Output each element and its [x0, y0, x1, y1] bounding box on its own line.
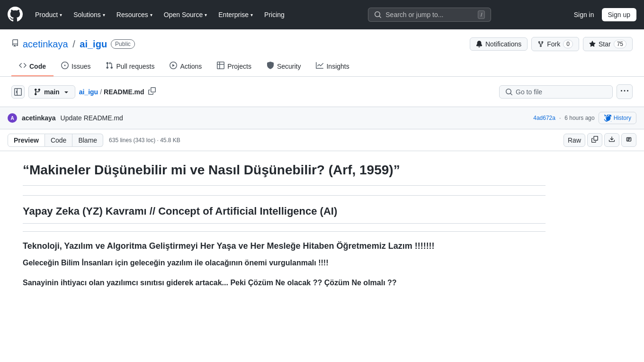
tab-pr-label: Pull requests: [116, 63, 154, 70]
repo-actions: Notifications Fork 0 Star 75: [470, 37, 633, 51]
readme-h1: “Makineler Düşünebilir mi ve Nasıl Düşün…: [23, 163, 546, 186]
branch-name: main: [44, 88, 60, 96]
bell-icon: [476, 41, 483, 47]
repo-link[interactable]: ai_igu: [79, 88, 98, 96]
download-button[interactable]: [604, 133, 619, 147]
branch-selector[interactable]: main: [28, 85, 75, 99]
list-view-button[interactable]: [621, 133, 636, 147]
more-options-button[interactable]: [617, 84, 633, 99]
fork-count: 0: [563, 40, 573, 48]
readme-p1: Geleceğin Bilim İnsanları için geleceğin…: [23, 257, 546, 269]
copy-path-button[interactable]: [146, 85, 158, 98]
readme-h3: Teknoloji, Yazılım ve Algoritma Geliştir…: [23, 241, 546, 251]
nav-pricing[interactable]: Pricing: [259, 8, 289, 21]
pr-icon: [106, 62, 113, 71]
chevron-down-icon: ▾: [60, 12, 62, 18]
search-bar[interactable]: Search or jump to... /: [368, 8, 491, 22]
top-nav-actions: Sign in Sign up: [570, 8, 636, 21]
list-icon: [626, 136, 632, 143]
tab-projects[interactable]: Projects: [209, 57, 259, 76]
file-path: ai_igu / README.md: [79, 85, 158, 98]
nav-enterprise[interactable]: Enterprise ▾: [214, 8, 258, 21]
file-actions: Raw: [564, 133, 636, 147]
repo-icon: [11, 39, 19, 49]
copy-raw-button[interactable]: [587, 133, 602, 147]
repo-path: acetinkaya / ai_igu: [23, 39, 107, 50]
tab-projects-label: Projects: [227, 63, 251, 70]
branch-icon: [34, 88, 41, 96]
repo-meta: acetinkaya / ai_igu Public Notifications…: [11, 37, 633, 51]
top-nav-links: Product ▾ Solutions ▾ Resources ▾ Open S…: [30, 8, 289, 21]
tab-issues-label: Issues: [72, 63, 90, 70]
tab-actions[interactable]: Actions: [162, 57, 209, 76]
tab-code[interactable]: Code: [11, 57, 54, 76]
search-kbd: /: [478, 10, 485, 19]
readme-p2: Sanayinin ihtiyacı olan yazılımcı sınıtı…: [23, 277, 546, 289]
fork-icon: [537, 41, 544, 47]
search-icon: [505, 88, 513, 96]
nav-resources[interactable]: Resources ▾: [112, 8, 157, 21]
notifications-button[interactable]: Notifications: [470, 37, 528, 51]
raw-button[interactable]: Raw: [564, 134, 585, 147]
signin-button[interactable]: Sign in: [570, 8, 598, 21]
commit-bar: A acetinkaya Update README.md 4ad672a · …: [0, 107, 644, 129]
play-icon: [170, 62, 177, 71]
nav-solutions[interactable]: Solutions ▾: [69, 8, 110, 21]
fork-button[interactable]: Fork 0: [531, 37, 579, 51]
copy-icon: [148, 87, 156, 95]
chevron-down-icon: [63, 88, 70, 96]
file-header: main ai_igu / README.md Go to file: [0, 77, 644, 107]
go-to-file-label: Go to file: [516, 88, 542, 96]
tab-security[interactable]: Security: [259, 57, 309, 76]
repo-tabs: Code Issues Pull requests Actions Projec…: [11, 57, 633, 76]
file-name: README.md: [104, 88, 144, 96]
chevron-down-icon: ▾: [103, 12, 105, 18]
avatar: A: [8, 113, 17, 123]
notifications-label: Notifications: [485, 40, 521, 48]
history-icon: [604, 114, 611, 122]
nav-product[interactable]: Product ▾: [30, 8, 67, 21]
sidebar-icon: [14, 88, 22, 96]
go-to-file-search[interactable]: Go to file: [499, 85, 613, 99]
star-count: 75: [614, 40, 626, 48]
copy-icon: [591, 136, 598, 143]
signup-button[interactable]: Sign up: [602, 8, 636, 21]
search-placeholder: Search or jump to...: [385, 11, 474, 18]
divider-1: [23, 195, 546, 196]
graph-icon: [316, 62, 323, 71]
commit-message: Update README.md: [61, 114, 123, 122]
tab-pullrequests[interactable]: Pull requests: [98, 57, 162, 76]
dots-icon: [621, 87, 628, 95]
tab-security-label: Security: [277, 63, 301, 70]
star-button[interactable]: Star 75: [583, 37, 633, 51]
repo-owner-link[interactable]: acetinkaya: [23, 39, 68, 49]
sidebar-toggle-button[interactable]: [11, 85, 25, 99]
chevron-down-icon: ▾: [205, 12, 207, 18]
tab-insights[interactable]: Insights: [308, 57, 357, 76]
star-label: Star: [599, 40, 611, 48]
blame-button[interactable]: Blame: [72, 134, 103, 147]
top-navigation: Product ▾ Solutions ▾ Resources ▾ Open S…: [0, 0, 644, 29]
repo-name-link[interactable]: ai_igu: [80, 39, 107, 49]
tab-insights-label: Insights: [326, 63, 349, 70]
history-button[interactable]: History: [599, 112, 636, 124]
github-logo-icon[interactable]: [8, 7, 23, 23]
bullet-separator: ·: [559, 115, 561, 121]
tab-issues[interactable]: Issues: [54, 57, 98, 76]
preview-button[interactable]: Preview: [8, 134, 45, 147]
divider-2: [23, 231, 546, 232]
chevron-down-icon: ▾: [150, 12, 152, 18]
commit-meta: 4ad672a · 6 hours ago History: [533, 112, 636, 124]
commit-author[interactable]: acetinkaya: [22, 114, 56, 122]
fork-label: Fork: [547, 40, 560, 48]
code-icon: [19, 62, 27, 71]
tab-code-label: Code: [29, 63, 46, 70]
code-button[interactable]: Code: [45, 134, 72, 147]
history-label: History: [614, 115, 631, 121]
repo-header: acetinkaya / ai_igu Public Notifications…: [0, 29, 644, 77]
readme-content: “Makineler Düşünebilir mi ve Nasıl Düşün…: [0, 151, 568, 308]
nav-opensource[interactable]: Open Source ▾: [159, 8, 212, 21]
commit-hash-link[interactable]: 4ad672a: [533, 115, 555, 121]
shield-icon: [267, 62, 274, 71]
readme-h2: Yapay Zeka (YZ) Kavramı // Concept of Ar…: [23, 205, 546, 224]
